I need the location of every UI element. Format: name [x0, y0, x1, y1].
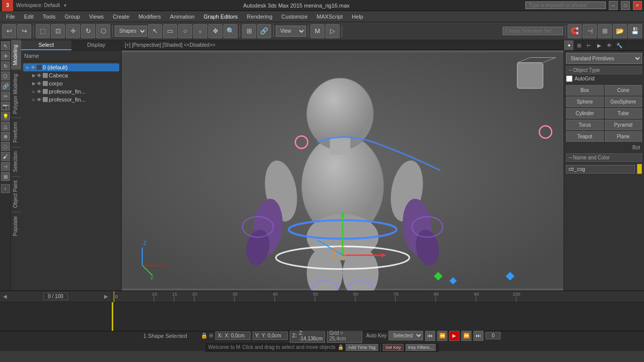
tree-eye-cabeca[interactable]: 👁: [37, 73, 42, 78]
time-input[interactable]: [486, 332, 501, 339]
pb-play[interactable]: ▶: [449, 331, 459, 341]
set-key-btn[interactable]: Set Key: [383, 344, 404, 351]
tree-eye-corpo[interactable]: 👁: [37, 81, 42, 86]
menu-group[interactable]: Group: [60, 13, 84, 21]
btn-plane[interactable]: Plane: [605, 131, 642, 142]
select-region-btn[interactable]: ⊡: [51, 24, 65, 38]
autogrid-checkbox[interactable]: [566, 75, 573, 82]
move-btn[interactable]: ✛: [66, 24, 80, 38]
btn-sphere[interactable]: Sphere: [566, 97, 604, 107]
material-btn[interactable]: M: [310, 24, 325, 38]
timeline-nav-left[interactable]: ◀: [2, 294, 8, 299]
menu-edit[interactable]: Edit: [20, 13, 38, 21]
btn-teapot[interactable]: Teapot: [566, 131, 604, 142]
tool-light[interactable]: 💡: [1, 112, 10, 121]
zoom-btn[interactable]: 🔍: [223, 24, 237, 38]
menu-animation[interactable]: Animation: [166, 13, 199, 21]
btn-geosphere[interactable]: GeoSphere: [605, 97, 642, 107]
tool-array[interactable]: ⊞: [1, 172, 10, 181]
menu-maxscript[interactable]: MAXScript: [312, 13, 347, 21]
rtab-display[interactable]: 👁: [604, 40, 614, 50]
menu-customize[interactable]: Customize: [277, 13, 311, 21]
tool-mirror[interactable]: ⊣: [1, 162, 10, 171]
tool-scale[interactable]: ⬡: [1, 71, 10, 80]
pb-next[interactable]: ⏩: [461, 331, 471, 341]
rotate-btn[interactable]: ↻: [81, 24, 95, 38]
scale-btn[interactable]: ⬡: [96, 24, 110, 38]
btn-torus[interactable]: Torus: [566, 120, 604, 130]
selection-set-input[interactable]: [503, 27, 563, 35]
rtab-hierarchy[interactable]: ⊢: [584, 40, 594, 50]
key-filters-btn[interactable]: Key Filters...: [406, 344, 436, 351]
tool-rotate[interactable]: ↻: [1, 61, 10, 70]
pb-end[interactable]: ⏭: [473, 331, 484, 341]
btn-cone[interactable]: Cone: [605, 85, 642, 96]
object-name-input[interactable]: [566, 165, 635, 173]
tool-link[interactable]: 🔗: [1, 81, 10, 90]
expand-icon[interactable]: ›: [1, 184, 10, 193]
undo-btn[interactable]: ↩: [2, 24, 16, 38]
color-swatch[interactable]: [637, 164, 642, 174]
menu-file[interactable]: File: [2, 13, 19, 21]
tree-item-cabeca[interactable]: ▶ 👁 Cabeca: [23, 71, 119, 79]
render-btn[interactable]: ▷: [326, 24, 340, 38]
coord-y-field[interactable]: Y: Y: 0,0cm: [253, 331, 288, 340]
add-time-tag-btn[interactable]: Add Time Tag: [346, 344, 378, 351]
rect-btn[interactable]: ▭: [163, 24, 177, 38]
menu-help[interactable]: Help: [348, 13, 367, 21]
tool-camera[interactable]: 📷: [1, 102, 10, 111]
menu-modifiers[interactable]: Modifiers: [134, 13, 165, 21]
link-btn[interactable]: 🔗: [257, 24, 271, 38]
tool-move[interactable]: ✛: [1, 51, 10, 60]
coord-x-field[interactable]: X: X: 0,0cm: [215, 331, 251, 340]
pb-start[interactable]: ⏮: [425, 331, 435, 341]
vtab-populate[interactable]: Populate: [11, 212, 21, 240]
redo-btn[interactable]: ↪: [17, 24, 31, 38]
workspace-arrow[interactable]: ▼: [63, 3, 67, 8]
vtab-modeling[interactable]: Modeling: [11, 40, 21, 69]
open-btn[interactable]: 📂: [613, 24, 627, 38]
select-btn[interactable]: ⬚: [36, 24, 50, 38]
menu-graph-editors[interactable]: Graph Editors: [200, 13, 242, 21]
menu-views[interactable]: Views: [85, 13, 108, 21]
timeline-main-track[interactable]: [112, 302, 644, 331]
array-btn[interactable]: ⊞: [598, 24, 612, 38]
menu-tools[interactable]: Tools: [39, 13, 60, 21]
tool-shape[interactable]: △: [1, 122, 10, 131]
viewport-canvas[interactable]: X Z Y: [122, 50, 564, 291]
selected-dropdown[interactable]: Selected All None: [388, 331, 423, 340]
maximize-btn[interactable]: □: [621, 1, 630, 10]
tool-helper[interactable]: ⊕: [1, 132, 10, 141]
timeline-nav-right[interactable]: ▶: [103, 294, 109, 299]
menu-rendering[interactable]: Rendering: [243, 13, 277, 21]
vtab-selection[interactable]: Selection: [11, 147, 21, 176]
name-color-header[interactable]: ─ Name and Color: [566, 153, 642, 162]
rtab-utilities[interactable]: 🔧: [614, 40, 624, 50]
tab-display[interactable]: Display: [71, 40, 122, 50]
lasso-btn[interactable]: ⬦: [193, 24, 207, 38]
rtab-create[interactable]: ✦: [564, 40, 574, 50]
timeline-ruler[interactable]: 0 10 15 20 30 40 50 60 70 80 9: [112, 291, 644, 302]
btn-box[interactable]: Box: [566, 85, 604, 96]
view-dropdown[interactable]: View: [276, 26, 306, 37]
vtab-objectpaint[interactable]: Object Paint: [11, 176, 21, 212]
btn-tube[interactable]: Tube: [605, 108, 642, 119]
pb-prev[interactable]: ⏪: [437, 331, 447, 341]
tool-space[interactable]: ◌: [1, 142, 10, 151]
tree-item-0default[interactable]: ▶ 👁 0 (default): [23, 63, 119, 71]
tool-select[interactable]: ↖: [1, 41, 10, 50]
btn-cylinder[interactable]: Cylinder: [566, 108, 604, 119]
search-input[interactable]: [525, 2, 606, 9]
object-type-header[interactable]: ─ Object Type: [566, 66, 642, 74]
coord-icon[interactable]: ⊕: [209, 332, 213, 339]
tree-item-corpo[interactable]: ▶ 👁 corpo: [23, 79, 119, 87]
rtab-modify[interactable]: ⊞: [574, 40, 584, 50]
lock-bar-icon[interactable]: 🔒: [338, 344, 344, 350]
tree-item-prof2[interactable]: ▶ 👁 professor_fin...: [23, 96, 119, 104]
tree-eye-prof1[interactable]: 👁: [37, 89, 42, 95]
vtab-polygon[interactable]: Polygon Modeling: [11, 69, 21, 118]
tab-select[interactable]: Select: [21, 40, 71, 50]
btn-pyramid[interactable]: Pyramid: [605, 120, 642, 130]
tree-expand-corpo[interactable]: ▶: [32, 81, 36, 86]
primitives-dropdown[interactable]: Standard Primitives Extended Primitives …: [566, 53, 642, 64]
